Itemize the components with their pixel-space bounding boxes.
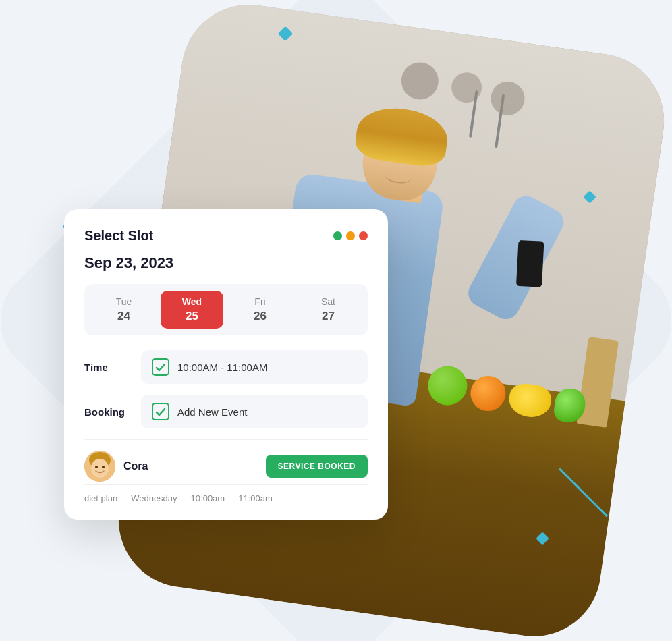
booking-label: Booking bbox=[84, 406, 132, 418]
svg-point-4 bbox=[102, 466, 105, 468]
booking-value-box[interactable]: Add New Event bbox=[141, 395, 368, 428]
day-selector: Tue 24 Wed 25 Fri 26 Sat 27 bbox=[84, 284, 368, 335]
user-booking-row: Cora SERVICE BOOKEd bbox=[84, 439, 368, 482]
day-name-wed: Wed bbox=[182, 296, 202, 307]
time-value-box[interactable]: 10:00AM - 11:00AM bbox=[141, 350, 368, 384]
day-name-fri: Fri bbox=[254, 296, 265, 307]
svg-point-3 bbox=[95, 466, 98, 468]
dot-red[interactable] bbox=[359, 231, 368, 240]
booking-value-text: Add New Event bbox=[177, 406, 247, 418]
dot-yellow[interactable] bbox=[346, 231, 355, 240]
svg-point-2 bbox=[91, 459, 109, 478]
day-num-wed: 25 bbox=[186, 310, 198, 323]
window-controls bbox=[333, 231, 368, 240]
day-name-sat: Sat bbox=[321, 296, 335, 307]
card-header: Select Slot bbox=[84, 228, 368, 244]
day-num-fri: 26 bbox=[254, 310, 267, 323]
booking-check-icon bbox=[152, 403, 169, 420]
diet-time-start: 10:00am bbox=[191, 493, 225, 503]
day-fri[interactable]: Fri 26 bbox=[229, 291, 291, 329]
booking-row: Booking Add New Event bbox=[84, 395, 368, 428]
card-title: Select Slot bbox=[84, 228, 153, 244]
select-slot-card: Select Slot Sep 23, 2023 Tue 24 Wed 25 F… bbox=[64, 209, 388, 520]
day-num-sat: 27 bbox=[322, 310, 335, 323]
diet-info-row: diet plan Wednesday 10:00am 11:00am bbox=[84, 484, 368, 503]
diet-time-end: 11:00am bbox=[238, 493, 273, 503]
time-check-icon bbox=[152, 358, 169, 376]
day-sat[interactable]: Sat 27 bbox=[297, 291, 360, 329]
day-tue[interactable]: Tue 24 bbox=[92, 291, 155, 329]
diet-label: diet plan bbox=[84, 493, 117, 503]
date-display: Sep 23, 2023 bbox=[84, 254, 368, 272]
time-label: Time bbox=[84, 362, 132, 373]
day-wed[interactable]: Wed 25 bbox=[161, 291, 223, 329]
time-row: Time 10:00AM - 11:00AM bbox=[84, 350, 368, 384]
diet-day: Wednesday bbox=[131, 493, 177, 503]
dot-green[interactable] bbox=[333, 231, 342, 240]
user-avatar bbox=[84, 451, 115, 482]
time-value-text: 10:00AM - 11:00AM bbox=[177, 362, 267, 373]
day-num-tue: 24 bbox=[117, 310, 130, 323]
service-booked-button[interactable]: SERVICE BOOKEd bbox=[266, 455, 368, 478]
user-name: Cora bbox=[123, 460, 258, 472]
day-name-tue: Tue bbox=[116, 296, 132, 307]
